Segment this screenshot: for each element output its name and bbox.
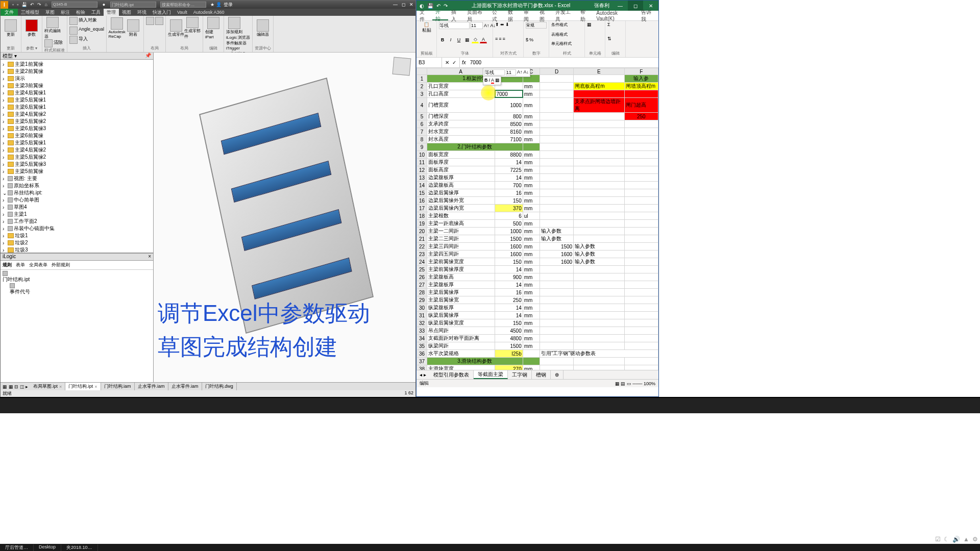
param-value-cell[interactable]: 16 — [495, 289, 523, 296]
cell[interactable] — [624, 128, 658, 136]
row-header[interactable]: 28 — [417, 289, 427, 296]
mini-bold-icon[interactable]: B — [484, 78, 488, 84]
tab-close-icon[interactable]: × — [59, 384, 62, 389]
tree-item[interactable]: ›垃圾1 — [3, 232, 151, 239]
cell[interactable] — [574, 189, 624, 197]
cell[interactable] — [540, 98, 573, 113]
param-name-cell[interactable]: 面板厚度 — [427, 159, 495, 166]
cond-format-button[interactable]: 条件格式 — [551, 22, 582, 28]
cell[interactable] — [540, 120, 573, 128]
view-cube[interactable] — [393, 57, 411, 76]
excel-tab[interactable]: 开发工具 — [552, 11, 578, 20]
document-tab[interactable]: 布局草图.ipt× — [30, 383, 65, 390]
border-button[interactable]: ▦ — [463, 36, 471, 43]
cell[interactable]: 闸底板高程m — [574, 83, 624, 90]
unit-cell[interactable]: mm — [523, 83, 540, 90]
tree-item[interactable]: ›垃圾2 — [3, 239, 151, 246]
param-name-cell[interactable]: 纵梁后翼缘宽度 — [427, 319, 495, 327]
cell[interactable] — [540, 189, 573, 197]
cell[interactable]: 1600 — [540, 258, 573, 266]
param-value-cell[interactable]: 8160 — [495, 128, 523, 136]
param-value-cell[interactable]: 4500 — [495, 327, 523, 335]
align-top-icon[interactable]: ⬆ — [495, 22, 499, 27]
bold-button[interactable]: B — [439, 36, 446, 43]
attach-button[interactable]: 附着 — [125, 17, 141, 39]
row-header[interactable]: 17 — [417, 205, 427, 212]
param-name-cell[interactable]: 孔口高度 — [427, 90, 495, 98]
tray-volume-icon[interactable]: 🔊 — [952, 536, 960, 543]
cell[interactable] — [624, 174, 658, 182]
cell[interactable]: 1600 — [540, 251, 573, 258]
cell[interactable] — [574, 319, 624, 327]
italic-button[interactable]: I — [447, 36, 454, 43]
cell[interactable] — [574, 273, 624, 281]
viewport[interactable]: 调节Excel中参数驱动 草图完成结构创建 — [154, 53, 415, 382]
param-value-cell[interactable]: 14 — [495, 312, 523, 319]
ribbon-tab[interactable]: 视图 — [119, 9, 134, 16]
param-name-cell[interactable]: 主梁二三间距 — [427, 235, 495, 243]
cell[interactable] — [540, 113, 573, 120]
cell[interactable] — [624, 266, 658, 273]
ilogic-item[interactable]: 事件代号 — [3, 283, 151, 295]
row-header[interactable]: 25 — [417, 266, 427, 273]
cell[interactable] — [574, 281, 624, 289]
param-value-cell[interactable]: 700 — [495, 182, 523, 189]
select-all-cell[interactable] — [417, 68, 427, 75]
row-header[interactable]: 37 — [417, 358, 427, 365]
cell[interactable] — [540, 212, 573, 220]
unit-cell[interactable]: mm — [523, 98, 540, 113]
recap-button[interactable]: Autodesk ReCap — [109, 17, 125, 39]
cell[interactable]: 输入参数 — [540, 228, 573, 235]
add-rule-button[interactable]: 添加规则 — [226, 17, 242, 35]
tree-item[interactable]: ›主梁5后翼缘3 — [3, 161, 151, 168]
cancel-edit-icon[interactable]: ✕ — [445, 60, 449, 65]
tree-item[interactable]: ›主梁3前翼缘 — [3, 82, 151, 89]
cell[interactable] — [624, 166, 658, 174]
file-tab[interactable]: 文件 — [1, 9, 18, 16]
cell[interactable] — [624, 281, 658, 289]
excel-tab[interactable]: 开始 — [432, 11, 448, 20]
param-name-cell[interactable]: 主梁后翼缘厚 — [427, 289, 495, 296]
param-value-cell[interactable]: 7225 — [495, 166, 523, 174]
tree-item[interactable]: ›中心简单图 — [3, 196, 151, 204]
ilogic-tab[interactable]: 规则 — [3, 262, 12, 268]
event-trigger-link[interactable]: 事件触发器 — [226, 40, 250, 46]
row-header[interactable]: 22 — [417, 243, 427, 251]
param-name-cell[interactable]: 封水宽度 — [427, 128, 495, 136]
cell[interactable] — [574, 197, 624, 205]
cell[interactable] — [574, 365, 624, 370]
save-icon[interactable]: 💾 — [427, 3, 433, 9]
cell[interactable] — [574, 296, 624, 304]
tree-item[interactable]: ›主梁5后翼缘2 — [3, 154, 151, 161]
param-value-cell[interactable]: 14 — [495, 174, 523, 182]
cell[interactable]: 输入参数 — [574, 243, 624, 251]
minimize-icon[interactable]: — — [393, 2, 398, 7]
tree-item[interactable]: ›草图4 — [3, 204, 151, 211]
param-value-cell[interactable]: 1600 — [495, 251, 523, 258]
param-name-cell[interactable]: 主梁前翼缘厚度 — [427, 266, 495, 273]
cell[interactable] — [574, 120, 624, 128]
cell[interactable] — [540, 166, 573, 174]
view-normal-icon[interactable]: ▦ — [615, 381, 620, 386]
tree-item[interactable]: ›工作平面2 — [3, 218, 151, 225]
mini-size-select[interactable] — [506, 69, 516, 76]
tree-item[interactable]: ›主梁5后翼缘2 — [3, 118, 151, 125]
cell[interactable] — [624, 136, 658, 143]
param-value-cell[interactable]: 14 — [495, 159, 523, 166]
editor-button[interactable]: 编辑器 — [255, 17, 271, 39]
unit-cell[interactable]: mm — [523, 189, 540, 197]
row-header[interactable]: 9 — [417, 143, 427, 151]
tree-item[interactable]: ›主梁6后翼缘1 — [3, 104, 151, 111]
cell[interactable] — [574, 90, 624, 98]
param-name-cell[interactable]: 纵梁腹板厚 — [427, 304, 495, 312]
unit-cell[interactable]: mm — [523, 258, 540, 266]
param-value-cell[interactable]: 8800 — [495, 151, 523, 159]
row-header[interactable]: 12 — [417, 166, 427, 174]
param-name-cell[interactable]: 边梁后翼缘厚 — [427, 189, 495, 197]
ribbon-tab[interactable]: 检验 — [73, 9, 88, 16]
cell[interactable] — [624, 243, 658, 251]
unit-cell[interactable]: mm — [523, 90, 540, 98]
minimize-button[interactable]: — — [612, 1, 628, 11]
document-tab[interactable]: 门叶结构.ipt× — [65, 383, 101, 390]
tree-item[interactable]: ›吊装中心镜面中集 — [3, 225, 151, 232]
